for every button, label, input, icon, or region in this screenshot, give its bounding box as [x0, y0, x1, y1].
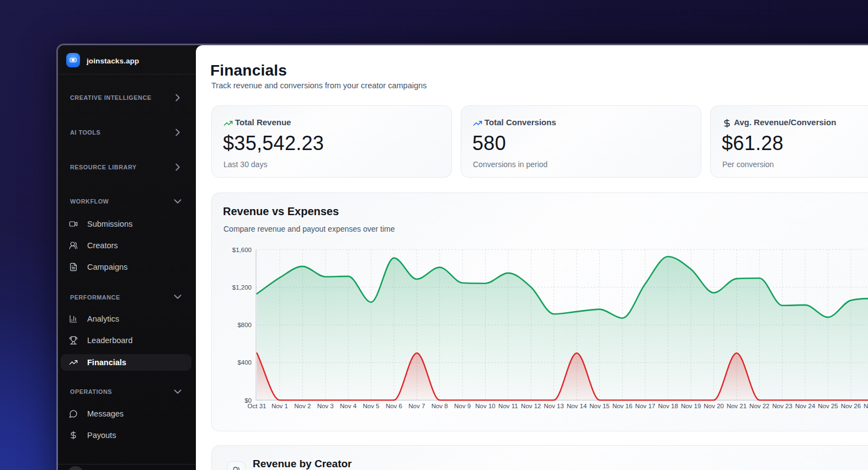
svg-text:$800: $800 [237, 322, 252, 328]
svg-text:Nov 16: Nov 16 [613, 403, 632, 409]
svg-text:Nov 12: Nov 12 [521, 403, 541, 409]
svg-text:Nov 27: Nov 27 [864, 403, 868, 409]
svg-text:Nov 11: Nov 11 [498, 403, 518, 409]
svg-text:Nov 19: Nov 19 [681, 403, 701, 409]
svg-text:Nov 6: Nov 6 [386, 403, 402, 409]
svg-text:Nov 5: Nov 5 [363, 403, 379, 409]
svg-text:Nov 9: Nov 9 [454, 403, 471, 409]
svg-text:$400: $400 [237, 359, 252, 366]
svg-text:$1,600: $1,600 [232, 247, 252, 253]
svg-text:Nov 25: Nov 25 [818, 403, 838, 409]
svg-text:Nov 20: Nov 20 [704, 403, 723, 409]
svg-text:Nov 22: Nov 22 [749, 403, 769, 409]
svg-text:Nov 3: Nov 3 [317, 403, 334, 409]
svg-text:Nov 7: Nov 7 [408, 403, 425, 409]
svg-text:$1,200: $1,200 [232, 284, 252, 291]
svg-text:Nov 21: Nov 21 [727, 403, 747, 409]
svg-text:Nov 10: Nov 10 [475, 403, 495, 409]
svg-text:Nov 1: Nov 1 [271, 403, 288, 409]
svg-text:Nov 17: Nov 17 [635, 403, 655, 409]
svg-text:Oct 31: Oct 31 [248, 403, 267, 409]
svg-text:Nov 24: Nov 24 [795, 403, 816, 409]
svg-text:Nov 18: Nov 18 [658, 403, 678, 409]
svg-text:Nov 13: Nov 13 [544, 403, 563, 409]
svg-text:Nov 26: Nov 26 [841, 403, 861, 409]
svg-text:Nov 2: Nov 2 [294, 403, 311, 409]
svg-text:Nov 23: Nov 23 [772, 403, 792, 409]
svg-text:Nov 15: Nov 15 [589, 403, 609, 409]
svg-text:Nov 8: Nov 8 [432, 403, 448, 409]
svg-text:Nov 4: Nov 4 [340, 403, 357, 409]
svg-text:Nov 14: Nov 14 [567, 403, 587, 409]
